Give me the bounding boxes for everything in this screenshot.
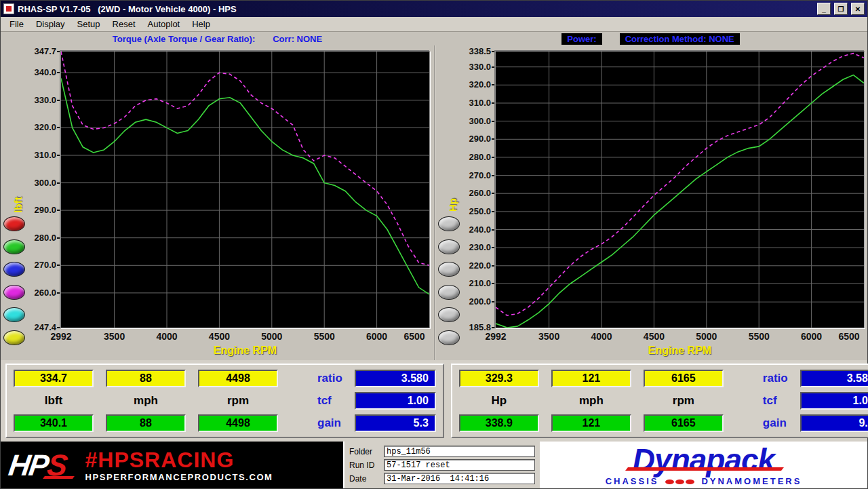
torque-gain-label: gain bbox=[290, 416, 342, 430]
power-gain-value: 9.5 bbox=[800, 414, 868, 432]
folder-input[interactable] bbox=[384, 446, 535, 457]
menu-autoplot[interactable]: Autoplot bbox=[142, 18, 186, 31]
hps-branding: HPS #HPSRACING HPSPERFORMANCEPRODUCTS.CO… bbox=[1, 442, 343, 488]
x-tick-label: 4500 bbox=[199, 331, 239, 342]
power-plot-area[interactable] bbox=[495, 51, 865, 328]
app-window: RHAS-SP V1.7-05 (2WD - Motor Vehicle 400… bbox=[0, 0, 868, 489]
run-id-input[interactable] bbox=[384, 459, 535, 471]
y-tick-label: 220.0 bbox=[454, 260, 491, 271]
run-id-row: Run ID bbox=[349, 459, 535, 471]
y-tick-label: 240.0 bbox=[454, 224, 491, 235]
y-tick-label: 347.7 bbox=[20, 46, 56, 56]
torque-rpm-box-2: 4498 bbox=[198, 414, 278, 432]
power-rpm-box: 6165 bbox=[644, 370, 724, 387]
hps-tagline: #HPSRACING HPSPERFORMANCEPRODUCTS.COM bbox=[78, 448, 273, 482]
torque-tcf-label: tcf bbox=[290, 394, 342, 408]
y-tick-label: 250.0 bbox=[454, 206, 491, 216]
torque-speed-unit-label: mph bbox=[106, 394, 186, 408]
torque-plot-svg bbox=[61, 52, 429, 328]
y-tick-label: 290.0 bbox=[454, 134, 491, 144]
chart-headers: Torque (Axle Torque / Gear Ratio): Corr:… bbox=[1, 32, 867, 45]
dynapack-dots-icon bbox=[665, 476, 695, 486]
y-tick-label: 320.0 bbox=[20, 122, 56, 132]
x-tick-label: 5000 bbox=[686, 331, 727, 342]
torque-y-axis-ticks: 347.7340.0330.0320.0310.0300.0290.0280.0… bbox=[20, 52, 56, 328]
power-unit-label: Hp bbox=[459, 394, 539, 408]
torque-ratio-label: ratio bbox=[290, 372, 342, 385]
minimize-button[interactable]: _ bbox=[817, 3, 831, 15]
torque-gain-value: 5.3 bbox=[355, 414, 436, 432]
x-tick-label: 4000 bbox=[581, 331, 622, 342]
power-header: Power: Correction Method: NONE bbox=[434, 32, 867, 45]
dynapack-chassis-text: CHASSIS bbox=[606, 476, 659, 486]
footer-bar: HPS #HPSRACING HPSPERFORMANCEPRODUCTS.CO… bbox=[1, 442, 867, 488]
y-tick-label: 300.0 bbox=[20, 178, 56, 188]
torque-plot-area[interactable] bbox=[60, 51, 430, 328]
y-tick-label: 230.0 bbox=[454, 242, 491, 252]
power-y-axis-ticks: 338.5330.0320.0310.0300.0290.0280.0270.0… bbox=[454, 52, 491, 328]
power-correction-status: Correction Method: NONE bbox=[620, 33, 740, 45]
x-tick-label: 5000 bbox=[252, 331, 292, 342]
y-tick-label: 320.0 bbox=[454, 79, 491, 90]
dynapack-logo: Dynapack bbox=[633, 444, 774, 475]
power-rpm-unit-label: rpm bbox=[644, 394, 724, 408]
torque-header-title: Torque (Axle Torque / Gear Ratio): bbox=[113, 34, 255, 44]
power-value-box-2: 338.9 bbox=[459, 414, 539, 432]
y-tick-label: 330.0 bbox=[454, 62, 491, 72]
maximize-button[interactable]: ❐ bbox=[834, 3, 848, 15]
menu-help[interactable]: Help bbox=[186, 18, 216, 31]
y-tick-label: 200.0 bbox=[454, 296, 491, 307]
power-tcf-value: 1.00 bbox=[800, 392, 868, 410]
x-tick-label: 6500 bbox=[394, 331, 435, 342]
y-tick-label: 300.0 bbox=[454, 116, 491, 126]
torque-tcf-value: 1.00 bbox=[355, 392, 436, 410]
menu-file[interactable]: File bbox=[3, 18, 30, 31]
torque-x-axis-ticks: 29923500400045005000550060006500 bbox=[61, 331, 429, 342]
torque-readout-panel: 334.7 88 4498 ratio 3.580 lbft mph rpm t… bbox=[5, 364, 444, 438]
app-icon bbox=[3, 3, 14, 14]
y-tick-label: 260.0 bbox=[20, 288, 56, 298]
power-x-axis-ticks: 29923500400045005000550060006500 bbox=[496, 331, 864, 342]
torque-rpm-box: 4498 bbox=[198, 370, 278, 387]
power-chart-panel: Hp 338.5330.0320.0310.0300.0290.0280.027… bbox=[434, 45, 867, 360]
hps-hashtag: #HPSRACING bbox=[85, 448, 273, 472]
menu-setup[interactable]: Setup bbox=[71, 18, 106, 31]
y-tick-label: 340.0 bbox=[20, 67, 56, 77]
y-tick-label: 310.0 bbox=[454, 98, 491, 108]
y-tick-label: 260.0 bbox=[454, 188, 491, 198]
torque-chart-panel: lbft 347.7340.0330.0320.0310.0300.0290.0… bbox=[1, 45, 434, 360]
y-tick-label: 210.0 bbox=[454, 278, 491, 288]
x-tick-label: 2992 bbox=[41, 331, 81, 342]
menu-display[interactable]: Display bbox=[30, 18, 71, 31]
torque-speed-box: 88 bbox=[106, 370, 186, 387]
menu-reset[interactable]: Reset bbox=[106, 18, 142, 31]
y-tick-label: 310.0 bbox=[20, 150, 56, 160]
date-row: Date bbox=[349, 473, 535, 484]
power-gain-label: gain bbox=[736, 416, 788, 430]
dynapack-dyno-text: DYNAMOMETERS bbox=[701, 476, 802, 486]
torque-header: Torque (Axle Torque / Gear Ratio): Corr:… bbox=[1, 32, 434, 45]
dynapack-subtitle: CHASSIS DYNAMOMETERS bbox=[606, 476, 802, 486]
x-tick-label: 6000 bbox=[357, 331, 397, 342]
power-readout-panel: 329.3 121 6165 ratio 3.580 Hp mph rpm tc… bbox=[451, 364, 868, 438]
torque-x-axis-label: Engine RPM bbox=[61, 345, 429, 357]
x-tick-label: 4500 bbox=[633, 331, 674, 342]
hps-logo-hp: HP bbox=[7, 448, 50, 482]
dynapack-branding: Dynapack CHASSIS DYNAMOMETERS bbox=[540, 442, 867, 488]
charts-area: lbft 347.7340.0330.0320.0310.0300.0290.0… bbox=[1, 45, 867, 360]
y-tick-label: 270.0 bbox=[20, 260, 56, 270]
torque-speed-box-2: 88 bbox=[106, 414, 186, 432]
torque-correction-status: Corr: NONE bbox=[273, 34, 322, 44]
y-tick-label: 280.0 bbox=[454, 152, 491, 162]
menu-bar: File Display Setup Reset Autoplot Help bbox=[1, 17, 867, 32]
date-input[interactable] bbox=[384, 473, 535, 484]
window-title: RHAS-SP V1.7-05 (2WD - Motor Vehicle 400… bbox=[18, 4, 814, 14]
power-value-box: 329.3 bbox=[459, 370, 539, 387]
folder-label: Folder bbox=[349, 447, 380, 456]
power-rpm-box-2: 6165 bbox=[644, 414, 724, 432]
torque-rpm-unit-label: rpm bbox=[198, 394, 278, 408]
date-label: Date bbox=[349, 474, 380, 484]
y-tick-label: 330.0 bbox=[20, 95, 56, 105]
x-tick-label: 5500 bbox=[304, 331, 344, 342]
close-button[interactable]: ✕ bbox=[851, 3, 865, 15]
